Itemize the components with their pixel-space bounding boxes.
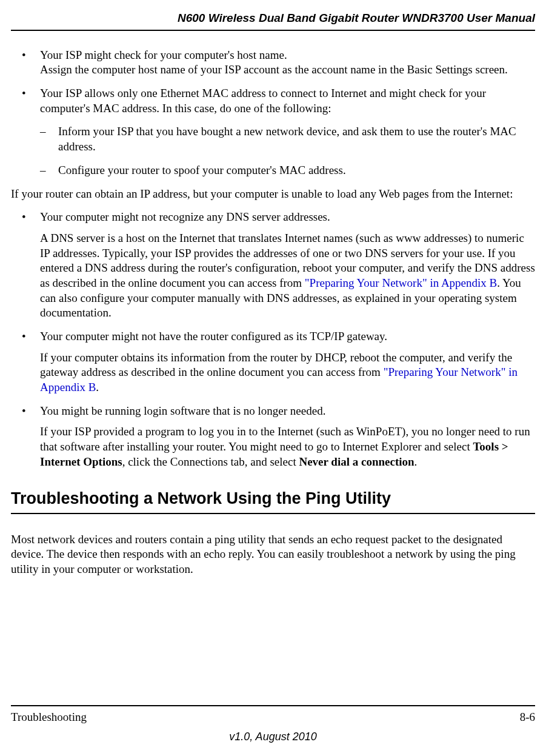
dash-text: Configure your router to spoof your comp…	[58, 163, 535, 178]
header-title: N600 Wireless Dual Band Gigabit Router W…	[0, 11, 546, 30]
footer-section-name: Troubleshooting	[11, 710, 87, 725]
header-rule	[11, 30, 535, 31]
text: Your ISP might check for your computer's…	[40, 49, 287, 61]
section-heading: Troubleshooting a Network Using the Ping…	[11, 488, 535, 509]
paragraph: If your router can obtain an IP address,…	[11, 187, 535, 202]
sub-paragraph: If your computer obtains its information…	[40, 350, 535, 395]
bullet-marker: •	[11, 86, 40, 116]
footer-page-number: 8-6	[520, 710, 535, 725]
text: If your ISP provided a program to log yo…	[40, 425, 530, 453]
sub-paragraph: If your ISP provided a program to log yo…	[40, 424, 535, 469]
sub-paragraph: A DNS server is a host on the Internet t…	[40, 231, 535, 321]
page-content: • Your ISP might check for your computer…	[0, 48, 546, 577]
dash-item: – Configure your router to spoof your co…	[11, 163, 535, 178]
bold-text: Never dial a connection	[299, 455, 414, 468]
text: Assign the computer host name of your IS…	[40, 63, 508, 76]
footer-row: Troubleshooting 8-6	[11, 710, 535, 725]
bullet-text: Your ISP allows only one Ethernet MAC ad…	[40, 86, 535, 116]
text: .	[414, 455, 418, 468]
bullet-item: • You might be running login software th…	[11, 404, 535, 470]
link-appendix-b[interactable]: "Preparing Your Network" in Appendix B	[305, 276, 497, 289]
bullet-marker: •	[11, 329, 40, 395]
footer-version: v1.0, August 2010	[11, 730, 535, 744]
page-footer: Troubleshooting 8-6 v1.0, August 2010	[11, 705, 535, 744]
bullet-item: • Your computer might not have the route…	[11, 329, 535, 395]
dash-text: Inform your ISP that you have bought a n…	[58, 124, 535, 154]
bullet-text: Your computer might not recognize any DN…	[40, 210, 535, 321]
bullet-text: Your ISP might check for your computer's…	[40, 48, 535, 78]
bullet-item: • Your ISP allows only one Ethernet MAC …	[11, 86, 535, 116]
dash-marker: –	[11, 124, 58, 154]
bullet-item: • Your ISP might check for your computer…	[11, 48, 535, 78]
dash-item: – Inform your ISP that you have bought a…	[11, 124, 535, 154]
paragraph: Most network devices and routers contain…	[11, 532, 535, 577]
bullet-item: • Your computer might not recognize any …	[11, 210, 535, 321]
bullet-text: You might be running login software that…	[40, 404, 535, 470]
text: You might be running login software that…	[40, 404, 325, 417]
bullet-text: Your computer might not have the router …	[40, 329, 535, 395]
bullet-marker: •	[11, 48, 40, 78]
section-rule	[11, 513, 535, 514]
footer-rule	[11, 705, 535, 706]
text: , click the Connections tab, and select	[122, 455, 299, 468]
text: Your computer might not have the router …	[40, 330, 387, 343]
bullet-marker: •	[11, 210, 40, 321]
text: Your computer might not recognize any DN…	[40, 210, 330, 223]
text: .	[96, 381, 99, 393]
dash-marker: –	[11, 163, 58, 178]
document-page: N600 Wireless Dual Band Gigabit Router W…	[0, 0, 546, 756]
bullet-marker: •	[11, 404, 40, 470]
